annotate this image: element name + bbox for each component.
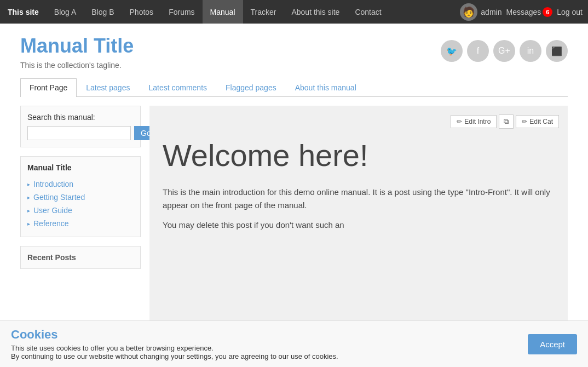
- nav-item-blog-b[interactable]: Blog B: [84, 0, 122, 24]
- edit-intro-button[interactable]: ✏ Edit Intro: [451, 115, 497, 128]
- nav-item-photos[interactable]: Photos: [122, 0, 162, 24]
- messages-button[interactable]: Messages 6: [506, 7, 552, 17]
- logout-button[interactable]: Log out: [557, 8, 583, 16]
- sidebar-nav-title: Manual Title: [27, 163, 134, 172]
- edit-intro-label: Edit Intro: [464, 118, 491, 125]
- recent-posts-box: Recent Posts: [20, 246, 141, 269]
- header-text: Manual Title This is the collection's ta…: [20, 35, 134, 70]
- welcome-heading: Welcome here!: [163, 139, 555, 173]
- content-area: Search this manual: Go Manual Title Intr…: [20, 106, 568, 325]
- nav-items: This site Blog A Blog B Photos Forums Ma…: [5, 0, 460, 24]
- sidebar-nav-getting-started[interactable]: Getting Started: [27, 191, 134, 204]
- navbar: This site Blog A Blog B Photos Forums Ma…: [0, 0, 588, 24]
- messages-label: Messages: [506, 8, 541, 16]
- manual-tagline: This is the collection's tagline.: [20, 61, 134, 70]
- edit-cat-button[interactable]: ✏ Edit Cat: [516, 115, 559, 128]
- googleplus-icon[interactable]: G+: [493, 40, 515, 62]
- nav-item-blog-a[interactable]: Blog A: [47, 0, 84, 24]
- github-icon[interactable]: ⬛: [546, 40, 568, 62]
- recent-posts-title: Recent Posts: [27, 253, 134, 262]
- edit-icon: ✏: [457, 118, 462, 125]
- tab-latest-comments[interactable]: Latest comments: [139, 78, 216, 96]
- manual-title: Manual Title: [20, 35, 134, 58]
- facebook-icon[interactable]: f: [467, 40, 489, 62]
- user-avatar-wrapper[interactable]: 🧑 admin: [460, 3, 501, 21]
- avatar: 🧑: [460, 3, 477, 21]
- tab-front-page[interactable]: Front Page: [20, 78, 77, 97]
- sidebar-nav-box: Manual Title Introduction Getting Starte…: [20, 156, 141, 237]
- main-panel-actions: ✏ Edit Intro ⧉ ✏ Edit Cat: [451, 114, 559, 129]
- cookie-banner: Cookies This site uses cookies to offer …: [0, 320, 588, 325]
- tab-latest-pages[interactable]: Latest pages: [77, 78, 139, 96]
- sidebar-nav-user-guide[interactable]: User Guide: [27, 204, 134, 217]
- nav-item-this-site[interactable]: This site: [5, 0, 47, 24]
- intro-text-2: You may delete this post if you don't wa…: [163, 219, 555, 232]
- copy-button[interactable]: ⧉: [499, 114, 514, 129]
- nav-item-contact[interactable]: Contact: [347, 0, 389, 24]
- social-icons: 🐦 f G+ in ⬛: [441, 35, 568, 62]
- sidebar-nav-introduction[interactable]: Introduction: [27, 177, 134, 191]
- search-box: Search this manual: Go: [20, 106, 141, 147]
- sidebar-nav-reference[interactable]: Reference: [27, 217, 134, 230]
- tabs: Front Page Latest pages Latest comments …: [20, 78, 568, 97]
- sidebar: Search this manual: Go Manual Title Intr…: [20, 106, 141, 325]
- intro-text-1: This is the main introduction for this d…: [163, 186, 555, 212]
- edit-cat-label: Edit Cat: [529, 118, 553, 125]
- page-header: Manual Title This is the collection's ta…: [20, 35, 568, 70]
- edit-cat-icon: ✏: [522, 118, 527, 125]
- main-panel: ✏ Edit Intro ⧉ ✏ Edit Cat Welcome here! …: [149, 106, 568, 325]
- nav-item-forums[interactable]: Forums: [161, 0, 202, 24]
- messages-badge: 6: [543, 7, 552, 17]
- search-input[interactable]: [27, 126, 131, 140]
- page-wrapper: Manual Title This is the collection's ta…: [9, 24, 579, 325]
- tab-about-manual[interactable]: About this manual: [286, 78, 366, 96]
- nav-right: 🧑 admin Messages 6 Log out: [460, 3, 583, 21]
- nav-item-about-site[interactable]: About this site: [284, 0, 347, 24]
- search-label: Search this manual:: [27, 113, 134, 122]
- admin-name: admin: [481, 8, 501, 16]
- search-row: Go: [27, 126, 134, 140]
- tab-flagged-pages[interactable]: Flagged pages: [216, 78, 286, 96]
- twitter-icon[interactable]: 🐦: [441, 40, 463, 62]
- copy-icon: ⧉: [504, 117, 509, 125]
- nav-item-manual[interactable]: Manual: [203, 0, 243, 24]
- nav-item-tracker[interactable]: Tracker: [243, 0, 284, 24]
- linkedin-icon[interactable]: in: [520, 40, 541, 62]
